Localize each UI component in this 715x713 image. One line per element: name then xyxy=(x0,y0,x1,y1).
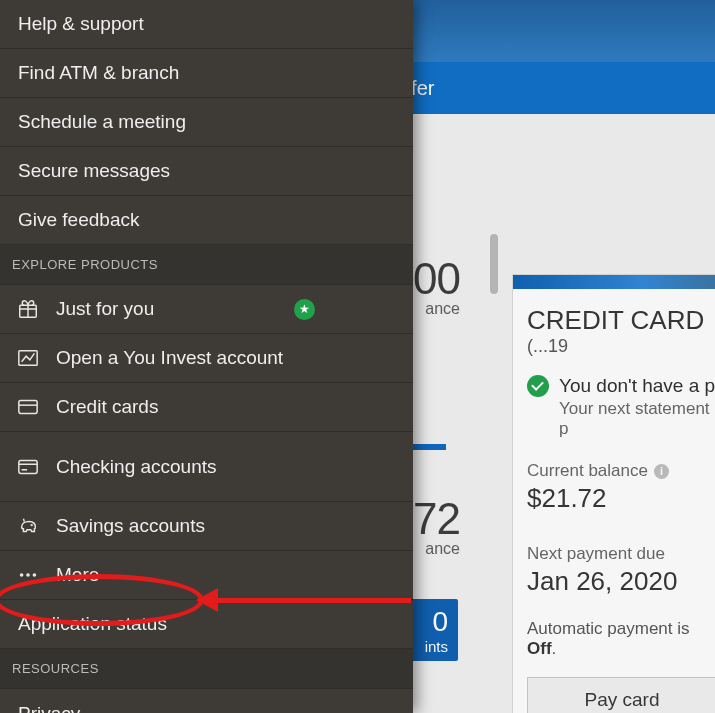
section-explore-products: EXPLORE PRODUCTS xyxy=(0,245,413,285)
check-circle-icon xyxy=(527,375,549,397)
chart-up-icon xyxy=(16,346,40,370)
svg-point-4 xyxy=(31,525,32,526)
menu-give-feedback[interactable]: Give feedback xyxy=(0,196,413,245)
info-icon[interactable]: i xyxy=(654,464,669,479)
check-card-icon xyxy=(16,455,40,479)
balance-value: $21.72 xyxy=(527,483,715,514)
menu-you-invest[interactable]: Open a You Invest account xyxy=(0,334,413,383)
pay-card-button[interactable]: Pay card xyxy=(527,677,715,713)
menu-application-status[interactable]: Application status xyxy=(0,600,413,649)
scrollbar-thumb[interactable] xyxy=(490,234,498,294)
gift-icon xyxy=(16,297,40,321)
more-dots-icon xyxy=(16,563,40,587)
menu-savings-accounts[interactable]: Savings accounts xyxy=(0,502,413,551)
svg-point-7 xyxy=(33,573,37,577)
card-mask: (...19 xyxy=(527,336,568,356)
card-title[interactable]: CREDIT CARD xyxy=(527,305,704,335)
star-badge-icon: ★ xyxy=(294,299,315,320)
main-menu-drawer: Help & support Find ATM & branch Schedul… xyxy=(0,0,413,713)
menu-just-for-you[interactable]: Just for you ★ xyxy=(0,285,413,334)
svg-point-5 xyxy=(20,573,24,577)
section-resources: RESOURCES xyxy=(0,649,413,689)
piggy-bank-icon xyxy=(16,514,40,538)
autopay-status: Automatic payment is Off. xyxy=(527,619,715,659)
menu-help-support[interactable]: Help & support xyxy=(0,0,413,49)
credit-card-panel: CREDIT CARD (...19 You don't have a p Yo… xyxy=(512,274,715,713)
menu-schedule-meeting[interactable]: Schedule a meeting xyxy=(0,98,413,147)
rewards-label: ints xyxy=(425,638,448,655)
menu-privacy[interactable]: Privacy xyxy=(0,689,413,713)
menu-checking-accounts[interactable]: Checking accounts xyxy=(0,432,413,502)
svg-point-6 xyxy=(26,573,30,577)
menu-find-atm[interactable]: Find ATM & branch xyxy=(0,49,413,98)
menu-more[interactable]: More xyxy=(0,551,413,600)
rewards-points: 0 xyxy=(432,606,448,638)
svg-rect-2 xyxy=(19,401,37,414)
credit-card-icon xyxy=(16,395,40,419)
next-due-value: Jan 26, 2020 xyxy=(527,566,715,597)
card-art-strip xyxy=(513,275,715,289)
payment-status-sub: Your next statement p xyxy=(559,399,715,439)
menu-secure-messages[interactable]: Secure messages xyxy=(0,147,413,196)
next-due-label: Next payment due xyxy=(527,544,715,564)
balance-label: Current balance i xyxy=(527,461,715,481)
svg-rect-3 xyxy=(19,460,37,473)
payment-status: You don't have a p xyxy=(559,375,715,397)
menu-credit-cards[interactable]: Credit cards xyxy=(0,383,413,432)
